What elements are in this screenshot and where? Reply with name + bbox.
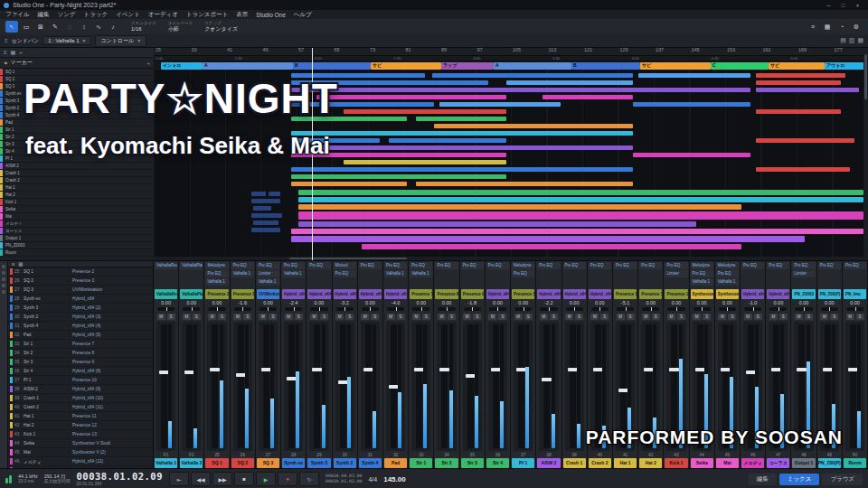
track-list-header-icon[interactable]: ▦ xyxy=(11,49,16,55)
fader-track[interactable] xyxy=(441,324,448,448)
audio-midi-clip[interactable] xyxy=(434,124,633,128)
audio-midi-clip[interactable] xyxy=(344,109,506,114)
channel-strip[interactable]: ValhallaRoom ValhallaRoom 0.00 M S xyxy=(154,261,179,469)
track-header-row[interactable]: AISM 2 xyxy=(0,163,154,170)
pan-slider[interactable] xyxy=(234,307,251,311)
audio-midi-clip[interactable] xyxy=(439,102,561,107)
arranger-section[interactable]: A xyxy=(203,62,293,70)
fader-track[interactable] xyxy=(467,324,474,448)
audio-midi-clip[interactable] xyxy=(291,229,863,234)
channel-list-row[interactable]: 32 Pad Hybrid_x64 (5) xyxy=(8,331,153,340)
solo-button[interactable]: S xyxy=(295,314,303,320)
instrument-box[interactable]: Hybrid_x64 (8) xyxy=(486,289,509,299)
arranger-section[interactable]: C xyxy=(711,62,769,70)
strip-name-label[interactable]: SQ 1 xyxy=(205,458,228,468)
solo-button[interactable]: S xyxy=(448,314,456,320)
fader-track[interactable] xyxy=(288,324,295,448)
insert-slot[interactable]: Pro EQ xyxy=(691,270,713,277)
fader-track[interactable] xyxy=(340,324,346,448)
strip-name-label[interactable]: Room xyxy=(844,458,866,468)
menu-item[interactable]: 表示 xyxy=(236,11,248,19)
audio-midi-clip[interactable] xyxy=(638,73,750,78)
insert-slot[interactable]: Pro EQ xyxy=(205,270,228,277)
audio-midi-clip[interactable] xyxy=(251,192,266,196)
insert-slot[interactable]: Pro EQ xyxy=(844,262,866,269)
mute-button[interactable]: M xyxy=(438,314,446,320)
solo-button[interactable]: S xyxy=(779,314,788,320)
solo-button[interactable]: S xyxy=(371,314,379,320)
pan-slider[interactable] xyxy=(617,307,634,311)
instrument-box[interactable]: Presence 11 xyxy=(614,289,637,299)
insert-slot[interactable]: Pro EQ xyxy=(435,262,458,269)
channel-strip[interactable]: Pro EQ Hybrid_x64 (9) -2.2 M S xyxy=(536,261,561,469)
volume-readout[interactable]: -4.0 xyxy=(384,299,407,307)
instrument-box[interactable]: Hybrid_x64 (4) xyxy=(359,289,382,299)
strip-name-label[interactable]: Kick 1 xyxy=(665,458,687,468)
fader-track[interactable] xyxy=(391,324,397,448)
insert-slot[interactable]: Mixtool xyxy=(334,262,356,269)
audio-midi-clip[interactable] xyxy=(756,138,854,143)
mute-button[interactable]: M xyxy=(846,314,854,320)
pan-slider[interactable] xyxy=(591,307,609,311)
instrument-box[interactable]: Presence 3 xyxy=(231,289,254,299)
volume-readout[interactable]: -1.8 xyxy=(461,299,484,307)
volume-readout[interactable]: 0.00 xyxy=(818,299,841,307)
menu-item[interactable]: トランスポート xyxy=(186,11,228,19)
fader-track[interactable] xyxy=(518,324,524,448)
menu-item[interactable]: ファイル xyxy=(5,11,30,19)
minimize-button[interactable]: ─ xyxy=(822,1,835,10)
insert-slot[interactable]: Valhalla 1 xyxy=(205,278,228,286)
instrument-box[interactable]: Synthesizer V xyxy=(691,289,713,299)
instrument-box[interactable]: Presence 10 xyxy=(512,289,534,299)
insert-slot[interactable]: Melodyne xyxy=(512,262,534,269)
audio-midi-clip[interactable] xyxy=(251,199,280,203)
control-mode-selector[interactable]: コントロール ▼ xyxy=(95,35,146,47)
audio-midi-clip[interactable] xyxy=(253,221,278,225)
instrument-box[interactable]: Hybrid_x64 (9) xyxy=(537,289,560,299)
audio-midi-clip[interactable] xyxy=(291,167,633,172)
instrument-box[interactable]: Synthesizer V (2) xyxy=(716,289,739,299)
volume-readout[interactable]: 0.00 xyxy=(155,299,177,307)
pan-slider[interactable] xyxy=(412,307,429,311)
solo-button[interactable]: S xyxy=(575,314,583,320)
insert-slot[interactable]: Pro EQ xyxy=(614,262,637,269)
fader-track[interactable] xyxy=(543,324,550,448)
mute-button[interactable]: M xyxy=(590,314,599,320)
channel-strip[interactable]: Pro EQ Hybrid_x64 (8) 0.00 M S xyxy=(486,261,511,469)
fader-track[interactable] xyxy=(570,324,576,448)
solo-button[interactable]: S xyxy=(805,314,813,320)
loop-range[interactable]: 00024.04.03.00 00029.01.02.00 xyxy=(326,474,362,485)
strip-name-label[interactable]: Crash 1 xyxy=(563,458,586,468)
volume-readout[interactable]: 0.00 xyxy=(257,299,279,307)
pan-slider[interactable] xyxy=(464,307,481,311)
instrument-box[interactable]: Hybrid_x64 (14) xyxy=(767,289,789,299)
solo-button[interactable]: S xyxy=(550,314,558,320)
page-button[interactable]: ミックス xyxy=(779,474,820,485)
audio-midi-clip[interactable] xyxy=(251,228,280,232)
strip-name-label[interactable]: コーラス xyxy=(767,458,789,468)
instrument-box[interactable]: ValhallaPlate xyxy=(180,289,203,299)
snap-group[interactable]: スナップ クオンタイズ xyxy=(204,21,238,32)
mute-button[interactable]: M xyxy=(157,314,165,320)
fader-track[interactable] xyxy=(186,324,193,448)
solo-button[interactable]: S xyxy=(856,314,864,320)
instrument-box[interactable]: Presence 2 xyxy=(205,289,228,299)
audio-midi-clip[interactable] xyxy=(416,117,506,121)
page-button[interactable]: 編集 xyxy=(749,474,777,485)
instrument-box[interactable]: Hybrid_x64 (5) xyxy=(384,289,407,299)
arranger-section[interactable]: B xyxy=(293,62,371,70)
mute-button[interactable]: M xyxy=(233,314,241,320)
insert-slot[interactable]: Melodyne xyxy=(205,262,228,269)
insert-slot[interactable]: Pro EQ xyxy=(741,262,764,269)
instrument-box[interactable]: Hybrid_x64 (3) xyxy=(334,289,356,299)
fader-track[interactable] xyxy=(416,324,422,448)
insert-slot[interactable]: Pro EQ xyxy=(461,262,484,269)
mute-button[interactable]: M xyxy=(693,314,701,320)
fader-handle[interactable] xyxy=(439,368,449,371)
insert-slot[interactable]: Valhalla 1 xyxy=(716,278,739,286)
track-header-row[interactable]: Crash 1 xyxy=(0,170,154,177)
fader-handle[interactable] xyxy=(568,368,578,371)
timebase-value[interactable]: 小節 xyxy=(168,26,193,33)
insert-slot[interactable]: Pro EQ xyxy=(767,262,789,269)
audio-midi-clip[interactable] xyxy=(269,192,280,196)
